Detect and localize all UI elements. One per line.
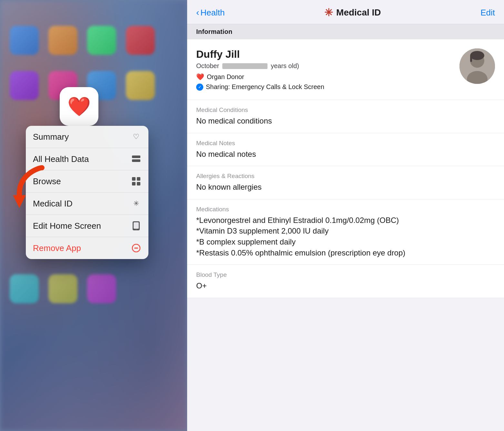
information-header: Information	[187, 24, 504, 39]
phone-icon	[131, 221, 141, 231]
avatar	[459, 48, 495, 84]
menu-item-summary[interactable]: Summary ♡	[26, 126, 148, 148]
all-health-data-label: All Health Data	[33, 154, 89, 164]
dob-prefix: October	[196, 62, 219, 70]
edit-home-screen-label: Edit Home Screen	[33, 221, 101, 231]
blood-type-label: Blood Type	[196, 271, 495, 278]
svg-rect-4	[137, 177, 140, 181]
svg-rect-6	[137, 182, 140, 185]
svg-point-9	[136, 229, 137, 230]
remove-app-label: Remove App	[33, 243, 81, 253]
organ-donor-label: Organ Donor	[207, 73, 244, 81]
grid-rows-icon	[131, 154, 141, 164]
profile-section: Duffy Jill October years old) ❤️ Organ D…	[187, 39, 504, 100]
svg-rect-11	[134, 248, 138, 249]
health-app-icon[interactable]: ❤️	[60, 87, 98, 126]
medical-id-asterisk-icon: ✳	[324, 6, 333, 19]
medical-notes-label: Medical Notes	[196, 140, 495, 147]
menu-item-edit-home-screen[interactable]: Edit Home Screen	[26, 215, 148, 237]
allergies-section: Allergies & Reactions No known allergies	[187, 166, 504, 199]
allergies-label: Allergies & Reactions	[196, 173, 495, 180]
right-panel: ‹ Health ✳ Medical ID Edit Information D…	[187, 0, 504, 431]
blood-type-section: Blood Type O+	[187, 265, 504, 298]
profile-info: Duffy Jill October years old) ❤️ Organ D…	[196, 48, 324, 93]
checkmark-icon: ✓	[196, 84, 203, 91]
svg-rect-2	[132, 159, 140, 162]
chevron-left-icon: ‹	[196, 7, 199, 18]
dob-suffix: years old)	[271, 62, 299, 70]
grid-4-icon	[131, 176, 141, 186]
sharing-label: Sharing: Emergency Calls & Lock Screen	[206, 83, 324, 91]
menu-item-remove-app[interactable]: Remove App	[26, 237, 148, 259]
organ-donor-badge: ❤️ Organ Donor	[196, 73, 324, 81]
arrow-indicator	[10, 165, 52, 217]
left-panel: ❤️ Summary ♡ All Health Data Browse	[0, 0, 187, 431]
navigation-bar: ‹ Health ✳ Medical ID Edit	[187, 0, 504, 24]
svg-rect-16	[470, 55, 472, 62]
medical-notes-section: Medical Notes No medical notes	[187, 133, 504, 166]
edit-button[interactable]: Edit	[480, 8, 495, 18]
svg-rect-5	[132, 182, 136, 185]
medical-conditions-value: No medical conditions	[196, 115, 495, 126]
blood-type-value: O+	[196, 280, 495, 291]
medical-conditions-label: Medical Conditions	[196, 106, 495, 114]
medications-label: Medications	[196, 206, 495, 213]
minus-circle-icon	[131, 243, 141, 253]
medications-section: Medications *Levonorgestrel and Ethinyl …	[187, 199, 504, 265]
back-label: Health	[200, 8, 225, 18]
medical-notes-value: No medical notes	[196, 149, 495, 160]
profile-name: Duffy Jill	[196, 48, 324, 60]
allergies-value: No known allergies	[196, 182, 495, 193]
dob-redacted	[222, 63, 267, 69]
medications-value: *Levonorgestrel and Ethinyl Estradiol 0.…	[196, 215, 495, 258]
summary-label: Summary	[33, 132, 69, 142]
profile-dob: October years old)	[196, 62, 324, 70]
svg-rect-8	[134, 222, 139, 229]
avatar-image	[459, 48, 495, 84]
title-text: Medical ID	[336, 7, 381, 18]
page-title: ✳ Medical ID	[324, 6, 381, 19]
back-button[interactable]: ‹ Health	[196, 7, 225, 18]
svg-marker-0	[13, 195, 26, 208]
health-heart-icon: ❤️	[67, 97, 91, 116]
sharing-badge: ✓ Sharing: Emergency Calls & Lock Screen	[196, 83, 324, 91]
medical-conditions-section: Medical Conditions No medical conditions	[187, 100, 504, 133]
svg-rect-3	[132, 177, 136, 181]
heart-outline-icon: ♡	[131, 132, 141, 142]
svg-point-15	[470, 51, 484, 60]
svg-rect-1	[132, 155, 140, 158]
asterisk-icon: ✳	[131, 198, 141, 209]
heart-icon: ❤️	[196, 73, 204, 81]
